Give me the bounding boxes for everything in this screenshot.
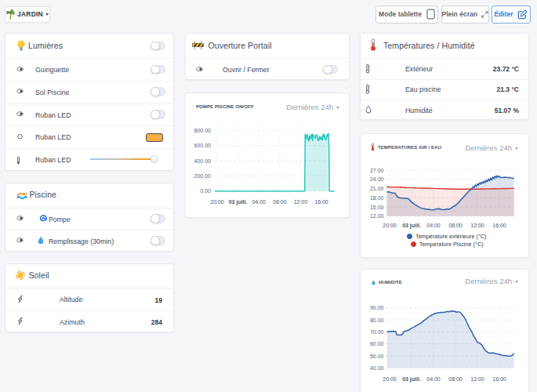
svg-text:24.00: 24.00 — [370, 176, 384, 182]
svg-text:21.00: 21.00 — [370, 186, 384, 191]
svg-text:0.00: 0.00 — [200, 188, 211, 194]
svg-text:08:00: 08:00 — [448, 223, 463, 228]
svg-text:04:00: 04:00 — [426, 223, 441, 228]
svg-text:80.00: 80.00 — [370, 318, 384, 323]
svg-text:400.00: 400.00 — [194, 158, 212, 164]
svg-text:08:00: 08:00 — [448, 376, 463, 382]
svg-text:20:00: 20:00 — [383, 223, 397, 228]
svg-text:200.00: 200.00 — [194, 173, 212, 179]
svg-text:03 juill.: 03 juill. — [229, 199, 248, 205]
svg-text:15.00: 15.00 — [370, 205, 384, 210]
svg-text:16:00: 16:00 — [314, 199, 328, 205]
svg-text:12:00: 12:00 — [470, 376, 484, 382]
svg-text:03 juill.: 03 juill. — [402, 376, 421, 383]
svg-text:12:00: 12:00 — [470, 223, 484, 228]
svg-text:16:00: 16:00 — [492, 376, 506, 382]
svg-text:60.00: 60.00 — [370, 341, 384, 347]
svg-text:12.00: 12.00 — [370, 213, 384, 219]
svg-text:04:00: 04:00 — [252, 199, 266, 205]
svg-text:50.00: 50.00 — [370, 354, 384, 359]
svg-text:800.00: 800.00 — [194, 128, 212, 133]
svg-text:600.00: 600.00 — [194, 143, 212, 148]
svg-text:12:00: 12:00 — [294, 199, 308, 205]
svg-text:20:00: 20:00 — [210, 199, 224, 205]
svg-text:18.00: 18.00 — [370, 195, 384, 201]
svg-text:40.00: 40.00 — [370, 365, 384, 371]
svg-text:70.00: 70.00 — [370, 329, 384, 335]
svg-text:90.00: 90.00 — [370, 305, 384, 310]
svg-text:27.00: 27.00 — [370, 168, 384, 173]
svg-text:08:00: 08:00 — [273, 199, 287, 205]
svg-text:03 juill.: 03 juill. — [402, 223, 421, 229]
svg-text:20:00: 20:00 — [383, 376, 397, 382]
svg-text:04:00: 04:00 — [426, 376, 441, 382]
svg-text:16:00: 16:00 — [492, 223, 506, 228]
